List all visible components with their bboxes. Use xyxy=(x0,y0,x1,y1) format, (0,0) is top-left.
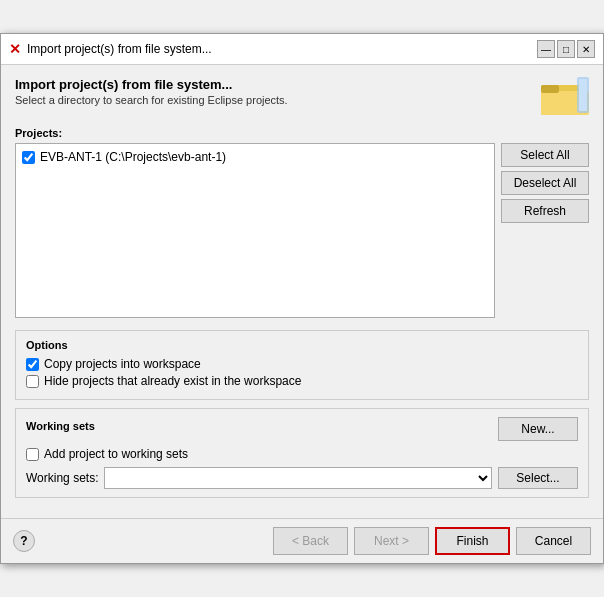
add-to-working-sets-row: Add project to working sets xyxy=(26,447,578,461)
svg-rect-2 xyxy=(541,85,559,93)
hide-projects-row: Hide projects that already exist in the … xyxy=(26,374,578,388)
projects-buttons: Select All Deselect All Refresh xyxy=(501,143,589,318)
next-button[interactable]: Next > xyxy=(354,527,429,555)
maximize-button[interactable]: □ xyxy=(557,40,575,58)
working-sets-dropdown-row: Working sets: Select... xyxy=(26,467,578,489)
working-sets-header-row: Working sets New... xyxy=(26,417,578,441)
select-working-set-button[interactable]: Select... xyxy=(498,467,578,489)
cancel-button[interactable]: Cancel xyxy=(516,527,591,555)
options-label: Options xyxy=(26,339,578,351)
working-sets-section: Working sets New... Add project to worki… xyxy=(15,408,589,498)
refresh-button[interactable]: Refresh xyxy=(501,199,589,223)
footer-right: < Back Next > Finish Cancel xyxy=(273,527,591,555)
project-checkbox[interactable] xyxy=(22,151,35,164)
hide-projects-label: Hide projects that already exist in the … xyxy=(44,374,301,388)
footer: ? < Back Next > Finish Cancel xyxy=(1,518,603,563)
projects-area: EVB-ANT-1 (C:\Projects\evb-ant-1) Select… xyxy=(15,143,589,318)
copy-projects-row: Copy projects into workspace xyxy=(26,357,578,371)
ws-label: Working sets: xyxy=(26,471,98,485)
select-all-button[interactable]: Select All xyxy=(501,143,589,167)
new-working-set-button[interactable]: New... xyxy=(498,417,578,441)
header-text: Import project(s) from file system... Se… xyxy=(15,77,288,106)
dialog-subtitle: Select a directory to search for existin… xyxy=(15,94,288,106)
close-button[interactable]: ✕ xyxy=(577,40,595,58)
header-section: Import project(s) from file system... Se… xyxy=(15,77,589,117)
dialog: ✕ Import project(s) from file system... … xyxy=(0,33,604,564)
add-working-set-checkbox[interactable] xyxy=(26,448,39,461)
finish-button[interactable]: Finish xyxy=(435,527,510,555)
hide-projects-checkbox[interactable] xyxy=(26,375,39,388)
working-sets-dropdown[interactable] xyxy=(104,467,492,489)
help-button[interactable]: ? xyxy=(13,530,35,552)
dialog-heading: Import project(s) from file system... xyxy=(15,77,288,92)
project-label: EVB-ANT-1 (C:\Projects\evb-ant-1) xyxy=(40,150,226,164)
title-bar: ✕ Import project(s) from file system... … xyxy=(1,34,603,65)
dialog-icon: ✕ xyxy=(9,41,21,57)
footer-left: ? xyxy=(13,530,35,552)
folder-icon xyxy=(541,77,589,117)
title-bar-left: ✕ Import project(s) from file system... xyxy=(9,41,212,57)
add-working-set-label: Add project to working sets xyxy=(44,447,188,461)
back-button[interactable]: < Back xyxy=(273,527,348,555)
deselect-all-button[interactable]: Deselect All xyxy=(501,171,589,195)
content-area: Import project(s) from file system... Se… xyxy=(1,65,603,518)
copy-projects-label: Copy projects into workspace xyxy=(44,357,201,371)
minimize-button[interactable]: — xyxy=(537,40,555,58)
projects-list-box[interactable]: EVB-ANT-1 (C:\Projects\evb-ant-1) xyxy=(15,143,495,318)
options-section: Options Copy projects into workspace Hid… xyxy=(15,330,589,400)
copy-projects-checkbox[interactable] xyxy=(26,358,39,371)
title-bar-controls: — □ ✕ xyxy=(537,40,595,58)
working-sets-label: Working sets xyxy=(26,420,95,432)
title-bar-text: Import project(s) from file system... xyxy=(27,42,212,56)
list-item: EVB-ANT-1 (C:\Projects\evb-ant-1) xyxy=(20,148,490,166)
projects-label: Projects: xyxy=(15,127,589,139)
svg-rect-4 xyxy=(579,79,587,111)
